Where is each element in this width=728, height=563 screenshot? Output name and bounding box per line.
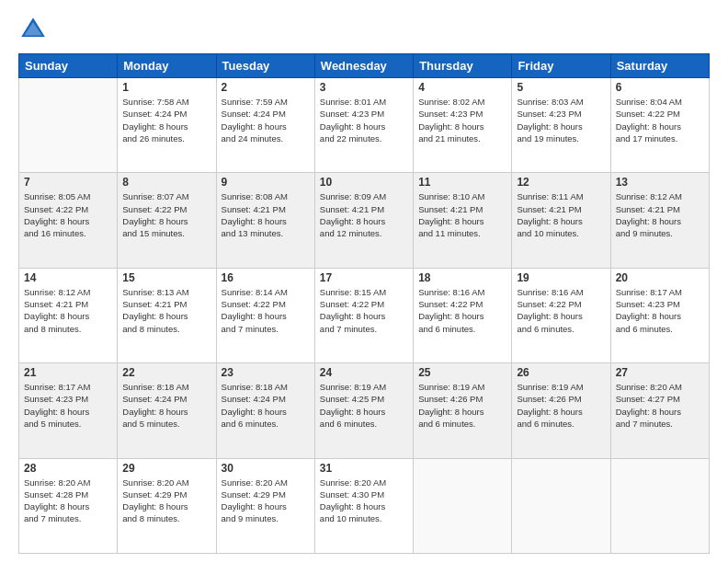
day-cell: 27Sunrise: 8:20 AMSunset: 4:27 PMDayligh… [610, 363, 709, 458]
day-info: Sunrise: 8:09 AMSunset: 4:21 PMDaylight:… [320, 190, 408, 239]
day-cell: 21Sunrise: 8:17 AMSunset: 4:23 PMDayligh… [19, 363, 118, 458]
day-number: 18 [418, 271, 506, 284]
day-cell: 7Sunrise: 8:05 AMSunset: 4:22 PMDaylight… [19, 173, 118, 268]
day-number: 13 [616, 176, 704, 189]
day-number: 10 [320, 176, 408, 189]
day-info: Sunrise: 8:16 AMSunset: 4:22 PMDaylight:… [418, 286, 506, 335]
day-cell: 4Sunrise: 8:02 AMSunset: 4:23 PMDaylight… [414, 78, 512, 173]
day-number: 6 [616, 81, 704, 94]
day-cell [512, 458, 610, 553]
day-info: Sunrise: 8:10 AMSunset: 4:21 PMDaylight:… [418, 190, 506, 239]
day-cell: 20Sunrise: 8:17 AMSunset: 4:23 PMDayligh… [610, 268, 709, 362]
day-number: 14 [24, 271, 112, 284]
day-number: 21 [24, 366, 112, 379]
day-cell: 29Sunrise: 8:20 AMSunset: 4:29 PMDayligh… [118, 458, 216, 553]
day-cell: 17Sunrise: 8:15 AMSunset: 4:22 PMDayligh… [314, 268, 413, 362]
day-info: Sunrise: 8:19 AMSunset: 4:25 PMDaylight:… [320, 381, 408, 430]
day-info: Sunrise: 8:03 AMSunset: 4:23 PMDaylight:… [517, 96, 605, 144]
day-info: Sunrise: 8:02 AMSunset: 4:23 PMDaylight:… [418, 96, 506, 144]
day-number: 12 [517, 176, 605, 189]
day-number: 22 [122, 366, 210, 379]
day-cell: 3Sunrise: 8:01 AMSunset: 4:23 PMDaylight… [314, 78, 413, 173]
day-info: Sunrise: 8:12 AMSunset: 4:21 PMDaylight:… [616, 190, 704, 239]
day-cell: 12Sunrise: 8:11 AMSunset: 4:21 PMDayligh… [512, 173, 610, 268]
week-row-2: 7Sunrise: 8:05 AMSunset: 4:22 PMDaylight… [19, 173, 710, 268]
day-info: Sunrise: 8:18 AMSunset: 4:24 PMDaylight:… [222, 381, 310, 430]
week-row-4: 21Sunrise: 8:17 AMSunset: 4:23 PMDayligh… [19, 363, 710, 458]
day-number: 3 [320, 81, 408, 94]
day-info: Sunrise: 8:18 AMSunset: 4:24 PMDaylight:… [122, 381, 210, 430]
day-info: Sunrise: 8:20 AMSunset: 4:30 PMDaylight:… [320, 477, 408, 525]
day-number: 16 [222, 271, 310, 284]
day-number: 25 [418, 366, 506, 379]
day-cell [610, 458, 709, 553]
day-cell: 10Sunrise: 8:09 AMSunset: 4:21 PMDayligh… [314, 173, 413, 268]
day-info: Sunrise: 8:01 AMSunset: 4:23 PMDaylight:… [320, 96, 408, 144]
day-number: 27 [616, 366, 704, 379]
day-cell: 19Sunrise: 8:16 AMSunset: 4:22 PMDayligh… [512, 268, 610, 362]
day-info: Sunrise: 8:05 AMSunset: 4:22 PMDaylight:… [24, 190, 112, 239]
day-cell [414, 458, 512, 553]
day-info: Sunrise: 8:19 AMSunset: 4:26 PMDaylight:… [418, 381, 506, 430]
day-info: Sunrise: 7:59 AMSunset: 4:24 PMDaylight:… [222, 96, 310, 144]
day-cell: 13Sunrise: 8:12 AMSunset: 4:21 PMDayligh… [610, 173, 709, 268]
day-cell: 18Sunrise: 8:16 AMSunset: 4:22 PMDayligh… [414, 268, 512, 362]
day-cell: 11Sunrise: 8:10 AMSunset: 4:21 PMDayligh… [414, 173, 512, 268]
day-info: Sunrise: 8:12 AMSunset: 4:21 PMDaylight:… [24, 286, 112, 335]
weekday-header-wednesday: Wednesday [314, 54, 413, 78]
week-row-3: 14Sunrise: 8:12 AMSunset: 4:21 PMDayligh… [19, 268, 710, 362]
day-cell: 9Sunrise: 8:08 AMSunset: 4:21 PMDaylight… [216, 173, 314, 268]
day-info: Sunrise: 8:08 AMSunset: 4:21 PMDaylight:… [222, 190, 310, 239]
day-cell: 14Sunrise: 8:12 AMSunset: 4:21 PMDayligh… [19, 268, 118, 362]
calendar: SundayMondayTuesdayWednesdayThursdayFrid… [18, 53, 710, 554]
day-number: 26 [517, 366, 605, 379]
day-cell: 16Sunrise: 8:14 AMSunset: 4:22 PMDayligh… [216, 268, 314, 362]
day-cell: 23Sunrise: 8:18 AMSunset: 4:24 PMDayligh… [216, 363, 314, 458]
week-row-5: 28Sunrise: 8:20 AMSunset: 4:28 PMDayligh… [19, 458, 710, 553]
day-number: 9 [222, 176, 310, 189]
day-cell: 31Sunrise: 8:20 AMSunset: 4:30 PMDayligh… [314, 458, 413, 553]
day-number: 15 [122, 271, 210, 284]
week-row-1: 1Sunrise: 7:58 AMSunset: 4:24 PMDaylight… [19, 78, 710, 173]
weekday-header-sunday: Sunday [19, 54, 118, 78]
day-cell: 8Sunrise: 8:07 AMSunset: 4:22 PMDaylight… [118, 173, 216, 268]
day-number: 1 [122, 81, 210, 94]
day-cell: 28Sunrise: 8:20 AMSunset: 4:28 PMDayligh… [19, 458, 118, 553]
weekday-header-tuesday: Tuesday [216, 54, 314, 78]
day-info: Sunrise: 8:20 AMSunset: 4:27 PMDaylight:… [616, 381, 704, 430]
day-number: 31 [320, 462, 408, 475]
day-number: 17 [320, 271, 408, 284]
day-number: 23 [222, 366, 310, 379]
day-info: Sunrise: 8:19 AMSunset: 4:26 PMDaylight:… [517, 381, 605, 430]
day-info: Sunrise: 8:14 AMSunset: 4:22 PMDaylight:… [222, 286, 310, 335]
day-cell: 26Sunrise: 8:19 AMSunset: 4:26 PMDayligh… [512, 363, 610, 458]
day-info: Sunrise: 8:07 AMSunset: 4:22 PMDaylight:… [122, 190, 210, 239]
day-cell: 5Sunrise: 8:03 AMSunset: 4:23 PMDaylight… [512, 78, 610, 173]
logo [18, 15, 51, 44]
day-cell: 6Sunrise: 8:04 AMSunset: 4:22 PMDaylight… [610, 78, 709, 173]
day-number: 20 [616, 271, 704, 284]
day-number: 19 [517, 271, 605, 284]
day-number: 5 [517, 81, 605, 94]
day-info: Sunrise: 8:20 AMSunset: 4:29 PMDaylight:… [122, 477, 210, 525]
day-info: Sunrise: 7:58 AMSunset: 4:24 PMDaylight:… [122, 96, 210, 144]
day-info: Sunrise: 8:04 AMSunset: 4:22 PMDaylight:… [616, 96, 704, 144]
day-number: 29 [122, 462, 210, 475]
day-number: 2 [222, 81, 310, 94]
day-cell: 15Sunrise: 8:13 AMSunset: 4:21 PMDayligh… [118, 268, 216, 362]
day-cell: 30Sunrise: 8:20 AMSunset: 4:29 PMDayligh… [216, 458, 314, 553]
day-info: Sunrise: 8:11 AMSunset: 4:21 PMDaylight:… [517, 190, 605, 239]
day-cell: 24Sunrise: 8:19 AMSunset: 4:25 PMDayligh… [314, 363, 413, 458]
page: SundayMondayTuesdayWednesdayThursdayFrid… [0, 0, 728, 563]
weekday-header-friday: Friday [512, 54, 610, 78]
day-info: Sunrise: 8:13 AMSunset: 4:21 PMDaylight:… [122, 286, 210, 335]
day-number: 28 [24, 462, 112, 475]
day-number: 11 [418, 176, 506, 189]
day-info: Sunrise: 8:17 AMSunset: 4:23 PMDaylight:… [616, 286, 704, 335]
day-cell: 22Sunrise: 8:18 AMSunset: 4:24 PMDayligh… [118, 363, 216, 458]
header [18, 15, 710, 44]
day-number: 7 [24, 176, 112, 189]
day-info: Sunrise: 8:17 AMSunset: 4:23 PMDaylight:… [24, 381, 112, 430]
weekday-header-monday: Monday [118, 54, 216, 78]
logo-icon [18, 15, 48, 44]
